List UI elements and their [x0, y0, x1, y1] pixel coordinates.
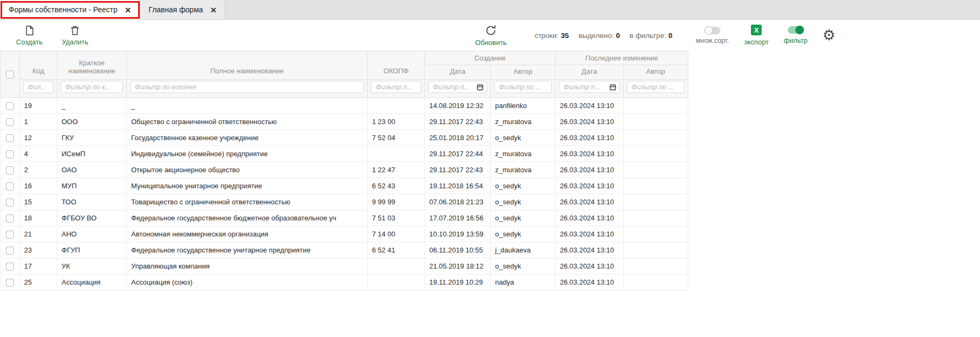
- toggle-off-icon[interactable]: [704, 27, 720, 34]
- cell-code: 25: [20, 274, 57, 290]
- row-select-cell: [1, 258, 20, 274]
- row-checkbox[interactable]: [6, 279, 14, 287]
- cell-okopf: [368, 98, 425, 114]
- column-header-creation-author[interactable]: Автор: [491, 65, 556, 80]
- table-row[interactable]: 2ОАООткрытое акционерное общество1 22 47…: [1, 162, 688, 178]
- row-checkbox[interactable]: [6, 118, 14, 126]
- delete-button[interactable]: Удалить: [62, 25, 88, 46]
- table-row[interactable]: 18ФГБОУ ВОФедеральное государственное бю…: [1, 210, 688, 226]
- cell-okopf: 1 22 47: [368, 162, 425, 178]
- cell-okopf: 7 52 04: [368, 130, 425, 146]
- column-header-short-name[interactable]: Краткое наименование: [57, 51, 127, 80]
- short-name-filter-input[interactable]: [60, 81, 123, 93]
- table-row[interactable]: 25АссоциацияАссоциация (союз)19.11.2019 …: [1, 274, 688, 290]
- close-icon[interactable]: ×: [125, 5, 131, 15]
- table-row[interactable]: 17УКУправляющая компания21.05.2019 18:12…: [1, 258, 688, 274]
- row-checkbox[interactable]: [6, 102, 14, 110]
- filter-toggle[interactable]: фильтр: [784, 26, 807, 44]
- table-row[interactable]: 1ООООбщество с ограниченной ответственно…: [1, 114, 688, 130]
- cell-creation-author: nadya: [491, 274, 556, 290]
- change-author-filter-input[interactable]: [627, 81, 685, 93]
- cell-full-name: Государственное казенное учреждение: [127, 130, 368, 146]
- row-checkbox[interactable]: [6, 231, 14, 239]
- table-row[interactable]: 15ТООТоварищество с ограниченной ответст…: [1, 194, 688, 210]
- column-header-creation-date[interactable]: Дата: [425, 65, 491, 80]
- cell-creation-author: z_muratova: [491, 114, 556, 130]
- rows-count-label: строки:: [535, 32, 559, 40]
- row-checkbox[interactable]: [6, 215, 14, 223]
- cell-short-name: ИСемП: [57, 146, 127, 162]
- cell-okopf: 9 99 99: [368, 194, 425, 210]
- cell-change-author: [624, 130, 688, 146]
- column-header-code[interactable]: Код: [20, 51, 57, 80]
- code-filter-input[interactable]: [23, 81, 54, 93]
- toggle-on-icon[interactable]: [788, 26, 804, 34]
- export-button[interactable]: X экспорт: [744, 25, 769, 46]
- cell-creation-date: 29.11.2017 22:44: [425, 146, 491, 162]
- cell-creation-date: 07.06.2018 21:23: [425, 194, 491, 210]
- cell-code: 21: [20, 226, 57, 242]
- gear-icon[interactable]: ⚙: [823, 28, 835, 43]
- row-checkbox[interactable]: [6, 150, 14, 158]
- column-header-okopf[interactable]: ОКОПФ: [368, 51, 425, 80]
- table-row[interactable]: 4ИСемПИндивидуальное (семейное) предприя…: [1, 146, 688, 162]
- cell-short-name: ГКУ: [57, 130, 127, 146]
- cell-short-name: Ассоциация: [57, 274, 127, 290]
- data-grid: Код Краткое наименование Полное наименов…: [0, 51, 688, 290]
- cell-creation-author: panfilenko: [491, 98, 556, 114]
- row-checkbox[interactable]: [6, 166, 14, 174]
- tab-forms-registry[interactable]: Формы собственности - Реестр ×: [0, 0, 140, 19]
- multisort-toggle[interactable]: множ.сорт.: [696, 27, 729, 44]
- row-checkbox[interactable]: [6, 263, 14, 271]
- cell-full-name: Муниципальное унитарное предприятие: [127, 178, 368, 194]
- cell-okopf: 6 52 43: [368, 178, 425, 194]
- calendar-icon[interactable]: [476, 83, 484, 91]
- table-row[interactable]: 21АНОАвтономная некоммерческая организац…: [1, 226, 688, 242]
- row-checkbox[interactable]: [6, 247, 14, 255]
- column-header-change-author[interactable]: Автор: [624, 65, 688, 80]
- cell-creation-date: 29.11.2017 22:43: [425, 162, 491, 178]
- full-name-filter-input[interactable]: [130, 81, 364, 93]
- cell-okopf: 7 14 00: [368, 226, 425, 242]
- create-button[interactable]: Создать: [16, 25, 42, 46]
- table-row[interactable]: 19__14.08.2019 12:32panfilenko26.03.2024…: [1, 98, 688, 114]
- cell-short-name: УК: [57, 258, 127, 274]
- cell-short-name: АНО: [57, 226, 127, 242]
- calendar-icon[interactable]: [609, 83, 617, 91]
- code-filter: [23, 81, 54, 93]
- column-header-change-date[interactable]: Дата: [556, 65, 624, 80]
- cell-full-name: Открытое акционерное общество: [127, 162, 368, 178]
- cell-creation-author: z_muratova: [491, 162, 556, 178]
- multisort-label: множ.сорт.: [696, 37, 729, 44]
- cell-code: 18: [20, 210, 57, 226]
- cell-okopf: 7 51 03: [368, 210, 425, 226]
- cell-creation-date: 19.11.2018 16:54: [425, 178, 491, 194]
- select-all-checkbox[interactable]: [6, 71, 14, 79]
- excel-icon: X: [751, 25, 762, 35]
- row-checkbox[interactable]: [6, 182, 14, 190]
- cell-change-author: [624, 210, 688, 226]
- cell-creation-date: 06.11.2019 10:55: [425, 242, 491, 258]
- tab-label: Формы собственности - Реестр: [9, 5, 118, 14]
- close-icon[interactable]: ×: [210, 5, 216, 15]
- table-row[interactable]: 23ФГУПФедеральное государственное унитар…: [1, 242, 688, 258]
- creation-author-filter-input[interactable]: [494, 81, 552, 93]
- delete-button-label: Удалить: [62, 38, 88, 46]
- refresh-button[interactable]: Обновить: [475, 24, 507, 47]
- refresh-button-label: Обновить: [475, 39, 507, 47]
- row-checkbox[interactable]: [6, 134, 14, 142]
- cell-code: 4: [20, 146, 57, 162]
- tab-main-form[interactable]: Главная форма ×: [140, 0, 226, 19]
- cell-full-name: Товарищество с ограниченной ответственно…: [127, 194, 368, 210]
- cell-okopf: 6 52 41: [368, 242, 425, 258]
- create-button-label: Создать: [16, 38, 42, 46]
- cell-change-author: [624, 226, 688, 242]
- okopf-filter-input[interactable]: [371, 81, 421, 93]
- cell-full-name: Федеральное государственное бюджетное об…: [127, 210, 368, 226]
- cell-full-name: Федеральное государственное унитарное пр…: [127, 242, 368, 258]
- table-row[interactable]: 12ГКУГосударственное казенное учреждение…: [1, 130, 688, 146]
- column-header-full-name[interactable]: Полное наименование: [127, 51, 368, 80]
- row-checkbox[interactable]: [6, 198, 14, 206]
- table-row[interactable]: 16МУПМуниципальное унитарное предприятие…: [1, 178, 688, 194]
- row-select-cell: [1, 226, 20, 242]
